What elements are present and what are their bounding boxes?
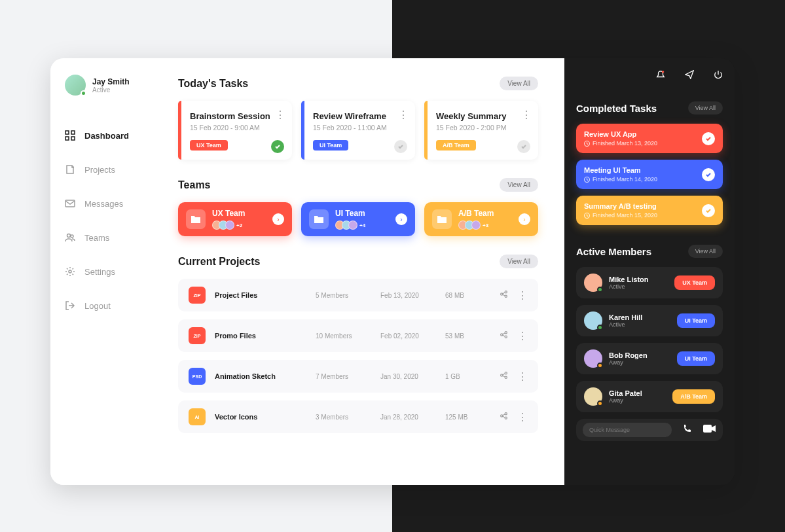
member-team-tag: UX Team xyxy=(674,275,715,290)
more-icon[interactable]: ⋮ xyxy=(517,370,528,383)
member-name: Gita Patel xyxy=(609,389,666,397)
team-avatars: +2 xyxy=(212,221,266,230)
task-menu-icon[interactable]: ⋮ xyxy=(398,109,409,121)
completed-title: Review UX App xyxy=(584,130,657,138)
task-menu-icon[interactable]: ⋮ xyxy=(521,109,532,121)
avatar xyxy=(584,274,602,292)
view-all-completed[interactable]: View All xyxy=(688,101,723,115)
task-tag: UX Team xyxy=(190,140,228,151)
chevron-right-icon[interactable]: › xyxy=(272,213,284,225)
team-name: UI Team xyxy=(335,209,389,218)
more-icon[interactable]: ⋮ xyxy=(517,289,528,302)
project-row[interactable]: ZIP Promo Files 10 Members Feb 02, 2020 … xyxy=(178,319,538,352)
more-icon[interactable]: ⋮ xyxy=(517,330,528,342)
today-tasks-title: Today's Tasks xyxy=(178,78,248,90)
share-icon[interactable] xyxy=(500,289,508,302)
nav-label: Dashboard xyxy=(84,131,129,141)
teams-icon xyxy=(65,232,75,243)
task-time: 15 Feb 2020 - 2:00 PM xyxy=(436,124,529,132)
avatar xyxy=(584,349,602,368)
completed-title: Completed Tasks xyxy=(576,103,657,114)
member-row[interactable]: Bob Rogen Away UI Team xyxy=(576,343,723,374)
task-menu-icon[interactable]: ⋮ xyxy=(275,109,285,121)
completed-task-card[interactable]: Summary A/B testing Finished March 15, 2… xyxy=(576,196,723,225)
chevron-right-icon[interactable]: › xyxy=(395,213,407,225)
completed-task-card[interactable]: Meeting UI Team Finished March 14, 2020 xyxy=(576,160,723,189)
member-row[interactable]: Gita Patel Away A/B Team xyxy=(576,381,723,412)
share-icon[interactable] xyxy=(500,411,508,423)
view-all-members[interactable]: View All xyxy=(688,245,723,258)
team-card[interactable]: A/B Team +3 › xyxy=(424,202,538,236)
svg-point-11 xyxy=(501,333,503,335)
nav-settings[interactable]: Settings xyxy=(65,255,152,289)
svg-point-9 xyxy=(505,291,507,293)
svg-point-13 xyxy=(505,336,507,338)
file-type-icon: ZIP xyxy=(189,287,206,304)
view-all-tasks[interactable]: View All xyxy=(500,77,538,90)
project-size: 68 MB xyxy=(445,292,481,299)
notification-icon[interactable] xyxy=(656,70,665,82)
team-avatars: +4 xyxy=(335,221,389,230)
user-name: Jay Smith xyxy=(92,77,130,86)
main-content: Today's Tasks View All ⋮ Brainstorm Sess… xyxy=(152,58,564,485)
view-all-teams[interactable]: View All xyxy=(500,178,538,192)
project-date: Feb 02, 2020 xyxy=(380,332,436,340)
teams-title: Teams xyxy=(178,179,211,191)
chevron-right-icon[interactable]: › xyxy=(519,213,530,225)
messages-icon xyxy=(65,198,75,209)
folder-icon xyxy=(186,209,206,229)
task-time: 15 Feb 2020 - 11:00 AM xyxy=(313,124,406,132)
project-row[interactable]: PSD Animation Sketch 7 Members Jan 30, 2… xyxy=(178,360,538,393)
power-icon[interactable] xyxy=(714,70,723,82)
quick-message-input[interactable] xyxy=(583,423,672,437)
member-row[interactable]: Karen Hill Active UI Team xyxy=(576,305,723,336)
task-check-icon[interactable] xyxy=(394,140,407,153)
task-card[interactable]: ⋮ Brainstorm Session 15 Feb 2020 - 9:00 … xyxy=(178,101,292,160)
task-card[interactable]: ⋮ Weekly Summary 15 Feb 2020 - 2:00 PM A… xyxy=(424,101,538,160)
svg-point-19 xyxy=(505,417,507,419)
nav-dashboard[interactable]: Dashboard xyxy=(65,118,152,152)
user-profile[interactable]: Jay Smith Active xyxy=(65,75,152,96)
team-more-count: +3 xyxy=(483,222,488,228)
nav-teams[interactable]: Teams xyxy=(65,221,152,255)
nav-projects[interactable]: Projects xyxy=(65,152,152,186)
member-row[interactable]: Mike Liston Active UX Team xyxy=(576,267,723,298)
team-card[interactable]: UX Team +2 › xyxy=(178,202,292,236)
nav: Dashboard Projects Messages Teams Settin… xyxy=(65,118,152,323)
video-icon[interactable] xyxy=(703,424,716,436)
member-team-tag: A/B Team xyxy=(672,389,715,404)
right-panel: Completed Tasks View All Review UX App F… xyxy=(564,58,735,485)
svg-rect-24 xyxy=(703,425,712,433)
task-check-icon[interactable] xyxy=(517,140,530,153)
share-icon[interactable] xyxy=(500,370,508,383)
svg-point-7 xyxy=(69,270,71,273)
more-icon[interactable]: ⋮ xyxy=(517,411,528,423)
task-card[interactable]: ⋮ Review Wireframe 15 Feb 2020 - 11:00 A… xyxy=(301,101,415,160)
svg-point-14 xyxy=(501,374,503,376)
team-card[interactable]: UI Team +4 › xyxy=(301,202,415,236)
nav-label: Messages xyxy=(84,199,123,209)
nav-logout[interactable]: Logout xyxy=(65,289,152,323)
completed-title: Summary A/B testing xyxy=(584,202,657,210)
nav-messages[interactable]: Messages xyxy=(65,186,152,221)
completed-date: Finished March 14, 2020 xyxy=(584,176,657,183)
member-status: Active xyxy=(609,283,668,290)
view-all-projects[interactable]: View All xyxy=(500,255,538,268)
project-row[interactable]: AI Vector Icons 3 Members Jan 28, 2020 1… xyxy=(178,400,538,433)
avatar xyxy=(584,387,602,406)
project-name: Promo Files xyxy=(215,332,306,340)
sidebar: Jay Smith Active Dashboard Projects Mess… xyxy=(50,58,152,485)
completed-task-card[interactable]: Review UX App Finished March 13, 2020 xyxy=(576,124,723,153)
task-title: Brainstorm Session xyxy=(190,111,283,121)
member-status: Away xyxy=(609,397,666,404)
member-status: Active xyxy=(609,321,670,328)
share-icon[interactable] xyxy=(500,330,508,342)
project-size: 1 GB xyxy=(445,373,481,380)
project-members: 7 Members xyxy=(316,373,371,380)
svg-rect-3 xyxy=(71,137,75,140)
call-icon[interactable] xyxy=(682,423,693,436)
project-row[interactable]: ZIP Project Files 5 Members Feb 13, 2020… xyxy=(178,279,538,311)
task-check-icon[interactable] xyxy=(271,140,284,153)
send-icon[interactable] xyxy=(685,70,694,82)
team-more-count: +4 xyxy=(359,222,365,228)
